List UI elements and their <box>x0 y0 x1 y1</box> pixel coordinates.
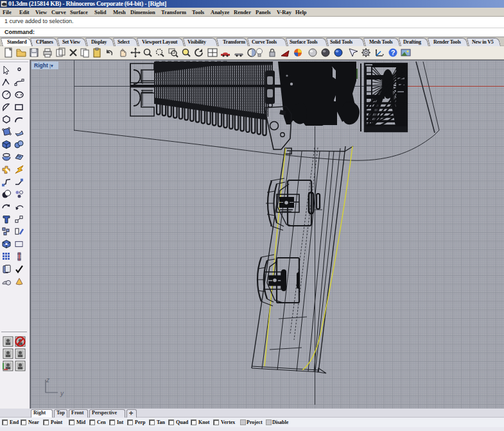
svg-text:Right: Right <box>34 62 48 69</box>
svg-text:|▾: |▾ <box>49 63 53 69</box>
svg-text:y: y <box>60 390 64 397</box>
svg-text:?: ? <box>391 49 395 56</box>
svg-text:z: z <box>46 376 49 384</box>
